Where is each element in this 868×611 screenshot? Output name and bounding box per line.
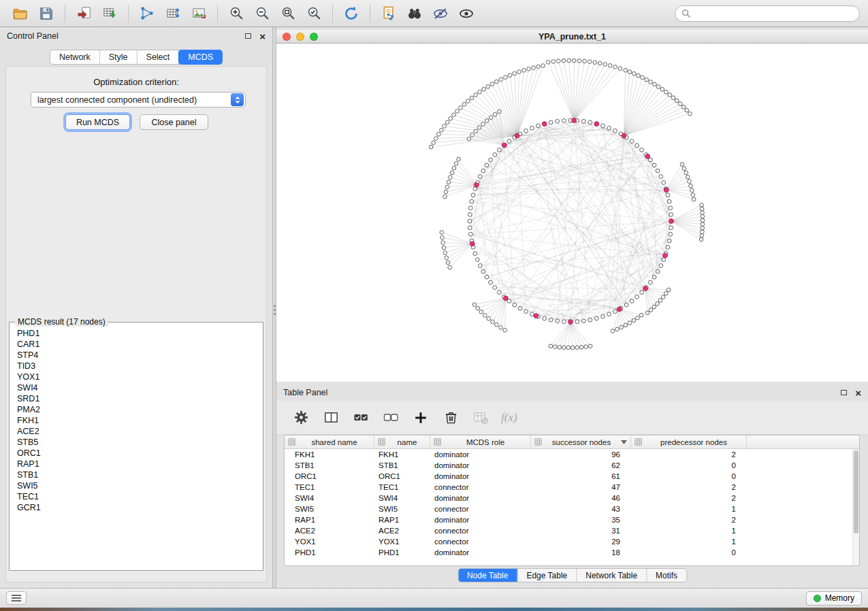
- table-row[interactable]: STB1 STB1 dominator 62 0: [285, 460, 852, 471]
- table-cell: 0: [631, 461, 747, 469]
- column-header-mcds-role[interactable]: MCDS role: [430, 435, 531, 448]
- table-row[interactable]: YOX1 YOX1 connector 29 1: [285, 536, 852, 547]
- table-row[interactable]: RAP1 RAP1 dominator 35 2: [285, 514, 852, 525]
- mcds-list-item[interactable]: SRD1: [11, 393, 261, 404]
- show-details-button[interactable]: [454, 3, 479, 24]
- table-cell: STB1: [374, 461, 430, 469]
- tab-node-table[interactable]: Node Table: [458, 569, 518, 582]
- mcds-list-item[interactable]: STB1: [11, 469, 261, 480]
- column-header-successor-nodes[interactable]: successor nodes: [531, 435, 631, 448]
- network-window-titlebar[interactable]: YPA_prune.txt_1: [276, 30, 868, 44]
- table-cell: TEC1: [285, 483, 374, 491]
- network-node: [632, 318, 636, 323]
- hide-details-button[interactable]: [428, 3, 453, 24]
- mcds-list-item[interactable]: RAP1: [11, 459, 261, 469]
- run-mcds-button[interactable]: Run MCDS: [65, 114, 130, 130]
- chevron-down-icon[interactable]: [621, 440, 627, 444]
- open-file-button[interactable]: [8, 3, 33, 24]
- mcds-list-item[interactable]: STP4: [11, 350, 261, 361]
- create-column-button[interactable]: [411, 408, 430, 427]
- task-history-button[interactable]: [6, 591, 27, 605]
- memory-button[interactable]: Memory: [806, 591, 862, 606]
- mcds-list-item[interactable]: CAR1: [11, 339, 261, 350]
- column-header-shared-name[interactable]: shared name: [285, 435, 374, 448]
- mcds-list-item[interactable]: YOX1: [11, 371, 261, 382]
- network-node: [662, 258, 666, 262]
- tab-mcds[interactable]: MCDS: [178, 50, 223, 65]
- table-cell: 2: [631, 494, 747, 502]
- close-table-panel-icon[interactable]: ×: [855, 388, 861, 398]
- table-row[interactable]: SWI4 SWI4 dominator 46 2: [285, 493, 852, 503]
- mcds-list-item[interactable]: TEC1: [11, 491, 261, 502]
- delete-column-button[interactable]: [441, 408, 460, 427]
- mcds-list-item[interactable]: GCR1: [11, 502, 261, 513]
- network-canvas[interactable]: [276, 44, 868, 382]
- import-table-from-file-button[interactable]: [97, 3, 122, 24]
- mcds-list-item[interactable]: PMA2: [11, 404, 261, 415]
- save-session-button[interactable]: [34, 3, 59, 24]
- tab-edge-table[interactable]: Edge Table: [517, 569, 577, 582]
- mcds-list-item[interactable]: ACE2: [11, 426, 261, 437]
- zoom-out-button[interactable]: [250, 3, 274, 24]
- mcds-list-item[interactable]: ORC1: [11, 448, 261, 459]
- float-table-panel-icon[interactable]: [841, 390, 847, 395]
- table-cell: 61: [531, 472, 631, 480]
- new-network-button[interactable]: [135, 3, 159, 24]
- network-node: [485, 163, 489, 167]
- mcds-list-item[interactable]: SWI5: [11, 480, 261, 491]
- network-node: [624, 303, 628, 307]
- table-settings-button[interactable]: [291, 408, 310, 427]
- mcds-list-item[interactable]: STB5: [11, 437, 261, 448]
- tab-motifs[interactable]: Motifs: [647, 569, 686, 582]
- mcds-list-item[interactable]: SWI4: [11, 382, 261, 393]
- minimize-window-button[interactable]: [296, 33, 304, 41]
- select-all-button[interactable]: [351, 408, 370, 427]
- float-panel-icon[interactable]: [245, 33, 251, 39]
- maximize-window-button[interactable]: [310, 33, 318, 41]
- network-hub-node: [515, 133, 519, 138]
- scrollbar-thumb[interactable]: [854, 450, 858, 533]
- column-header-name[interactable]: name: [374, 435, 430, 448]
- table-row[interactable]: FKH1 FKH1 dominator 96 2: [285, 449, 852, 460]
- optimization-selected-value: largest connected component (undirected): [37, 95, 197, 105]
- zoom-in-button[interactable]: [224, 3, 248, 24]
- mcds-list-item[interactable]: PHD1: [11, 328, 261, 339]
- close-panel-button[interactable]: Close panel: [140, 114, 208, 130]
- tab-network-table[interactable]: Network Table: [577, 569, 647, 582]
- network-node: [503, 328, 507, 332]
- network-node: [701, 230, 705, 234]
- table-cell: dominator: [430, 450, 531, 459]
- table-row[interactable]: TEC1 TEC1 connector 47 2: [285, 482, 852, 493]
- zoom-selected-button[interactable]: [302, 3, 326, 24]
- network-node: [562, 320, 566, 324]
- mcds-list-item[interactable]: TID3: [11, 361, 261, 371]
- mcds-list-item[interactable]: FKH1: [11, 415, 261, 426]
- network-node: [442, 246, 446, 250]
- network-canvas-svg[interactable]: [276, 44, 868, 382]
- table-scrollbar[interactable]: [852, 449, 859, 565]
- refresh-button[interactable]: [339, 3, 364, 24]
- tab-network[interactable]: Network: [50, 50, 100, 64]
- close-panel-icon[interactable]: ×: [259, 31, 266, 42]
- show-columns-button[interactable]: [321, 408, 340, 427]
- import-network-from-file-button[interactable]: [71, 3, 96, 24]
- tab-style[interactable]: Style: [100, 50, 138, 64]
- share-document-button[interactable]: [376, 3, 401, 24]
- find-button[interactable]: [402, 3, 427, 24]
- deselect-all-button[interactable]: [381, 408, 400, 427]
- network-table-button[interactable]: [161, 3, 185, 24]
- column-header-predecessor-nodes[interactable]: predecessor nodes: [631, 435, 747, 448]
- zoom-fit-button[interactable]: [276, 3, 300, 24]
- search-input[interactable]: [694, 9, 853, 18]
- table-row[interactable]: ORC1 ORC1 dominator 61 0: [285, 471, 852, 482]
- table-row[interactable]: SWI5 SWI5 connector 43 1: [285, 503, 852, 514]
- close-window-button[interactable]: [283, 33, 291, 41]
- tab-select[interactable]: Select: [138, 50, 180, 64]
- table-cell: dominator: [430, 494, 531, 502]
- export-image-button[interactable]: [187, 3, 211, 24]
- optimization-select[interactable]: largest connected component (undirected): [31, 92, 246, 108]
- table-row[interactable]: ACE2 ACE2 connector 31 1: [285, 525, 852, 536]
- search-box[interactable]: [675, 5, 860, 22]
- table-row[interactable]: PHD1 PHD1 dominator 18 0: [285, 547, 852, 558]
- network-node: [518, 306, 522, 310]
